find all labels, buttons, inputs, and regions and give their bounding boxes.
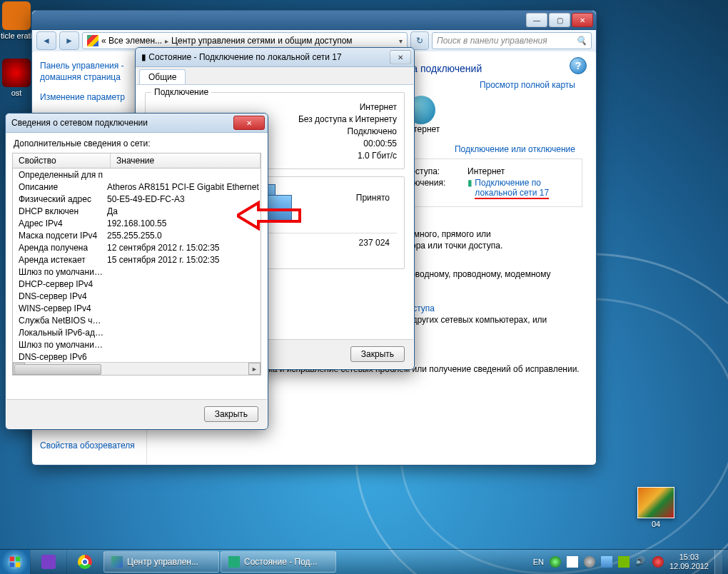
close-button[interactable]: Закрыть	[204, 406, 258, 422]
property-row[interactable]: Определенный для п	[13, 168, 261, 181]
property-row[interactable]: Аренда получена12 сентября 2012 г. 15:02…	[13, 241, 261, 253]
browser-props-link[interactable]: Свойства обозревателя	[40, 440, 135, 451]
change-adapter-link[interactable]: Изменение параметр	[40, 91, 139, 103]
titlebar[interactable]: — ▢ ✕	[32, 11, 596, 30]
start-button[interactable]	[0, 550, 30, 574]
col-property[interactable]: Свойство	[13, 153, 111, 168]
property-row[interactable]: DHCP включенДа	[13, 205, 261, 217]
search-input[interactable]: Поиск в панели управления 🔍	[432, 32, 592, 49]
property-row[interactable]: Локальный IPv6-адрес...	[13, 326, 261, 338]
maximize-button[interactable]: ▢	[549, 13, 570, 27]
taskbar: Центр управлен... Состояние - Под... EN …	[0, 549, 728, 574]
svg-rect-2	[10, 557, 14, 561]
property-row[interactable]: Шлюз по умолчанию IP...	[13, 266, 261, 278]
show-desktop-button[interactable]	[714, 550, 722, 574]
tray: EN 🔊 15:03 12.09.2012	[527, 550, 728, 574]
property-row[interactable]: ОписаниеAtheros AR8151 PCI-E Gigabit Eth…	[13, 181, 261, 193]
property-row[interactable]: DNS-сервер IPv6	[13, 351, 261, 362]
cp-home-link[interactable]: Панель управления -домашняя страница	[40, 60, 139, 83]
details-window: Сведения о сетевом подключении ✕ Дополни…	[5, 113, 268, 430]
flag-icon[interactable]	[567, 556, 578, 568]
nvidia-icon[interactable]	[618, 556, 630, 568]
titlebar[interactable]: Сведения о сетевом подключении ✕	[6, 114, 268, 133]
property-row[interactable]: WINS-сервер IPv4	[13, 302, 261, 314]
network-icon: ▮	[467, 178, 472, 199]
forward-button[interactable]: ►	[59, 31, 79, 50]
svg-marker-0	[237, 203, 300, 228]
search-icon: 🔍	[576, 36, 587, 46]
property-row[interactable]: DHCP-сервер IPv4	[13, 278, 261, 290]
icon-label: ost	[11, 89, 22, 97]
volume-icon[interactable]: 🔊	[635, 556, 647, 568]
desktop-file[interactable]: 04	[635, 487, 677, 528]
network-icon: ▮	[141, 52, 146, 62]
details-subtitle: Дополнительные сведения о сети:	[6, 133, 267, 150]
close-button[interactable]: ✕	[233, 116, 265, 130]
language-indicator[interactable]: EN	[533, 558, 544, 566]
property-row[interactable]: Аренда истекает15 сентября 2012 г. 15:02…	[13, 253, 261, 266]
tray-icon[interactable]	[652, 556, 664, 568]
svg-rect-5	[16, 563, 20, 567]
pinned-chrome[interactable]	[66, 550, 103, 574]
close-button[interactable]: ✕	[572, 13, 593, 27]
horizontal-scrollbar[interactable]: ◄ ►	[13, 362, 261, 375]
property-row[interactable]: Маска подсети IPv4255.255.255.0	[13, 229, 261, 241]
pinned-lightshot[interactable]	[30, 550, 66, 574]
svg-rect-4	[10, 563, 14, 567]
col-value[interactable]: Значение	[111, 153, 261, 168]
clock[interactable]: 15:03 12.09.2012	[669, 553, 709, 571]
tray-icon[interactable]	[584, 556, 595, 568]
icon-label: ticle erati	[1, 31, 32, 40]
cp-shield-icon	[87, 35, 98, 46]
property-row[interactable]: Физический адрес50-E5-49-ED-FC-A3	[13, 193, 261, 205]
svg-rect-3	[16, 557, 20, 561]
close-button[interactable]: Закрыть	[350, 346, 405, 362]
connection-link[interactable]: Подключение полокальной сети 17	[475, 178, 549, 199]
taskbar-item[interactable]: Центр управлен...	[103, 551, 219, 573]
network-icon	[228, 556, 240, 568]
minimize-button[interactable]: —	[526, 13, 547, 27]
properties-list: Свойство Значение Определенный для пОпис…	[12, 153, 261, 376]
network-tray-icon[interactable]	[601, 556, 612, 568]
help-button[interactable]: ?	[570, 57, 587, 74]
refresh-button[interactable]: ↻	[410, 31, 429, 50]
back-button[interactable]: ◄	[36, 31, 56, 50]
property-row[interactable]: DNS-сервер IPv4	[13, 290, 261, 302]
property-row[interactable]: Шлюз по умолчанию IP...	[13, 338, 261, 351]
file-label: 04	[652, 520, 660, 528]
property-row[interactable]: Служба NetBIOS через...	[13, 314, 261, 326]
titlebar[interactable]: ▮ Состояние - Подключение по локальной с…	[136, 48, 414, 67]
close-button[interactable]: ✕	[390, 50, 411, 64]
cp-icon	[111, 556, 123, 568]
view-map-link[interactable]: Просмотр полной карты	[480, 80, 575, 90]
property-row[interactable]: Адрес IPv4192.168.100.55	[13, 217, 261, 229]
taskbar-item[interactable]: Состояние - Под...	[221, 551, 336, 573]
tray-icon[interactable]	[550, 556, 561, 568]
tabstrip: Общие	[136, 67, 413, 85]
tab-general[interactable]: Общие	[139, 69, 186, 84]
annotation-arrow-icon	[237, 200, 301, 231]
connect-disconnect-link[interactable]: Подключение или отключение	[455, 144, 575, 154]
